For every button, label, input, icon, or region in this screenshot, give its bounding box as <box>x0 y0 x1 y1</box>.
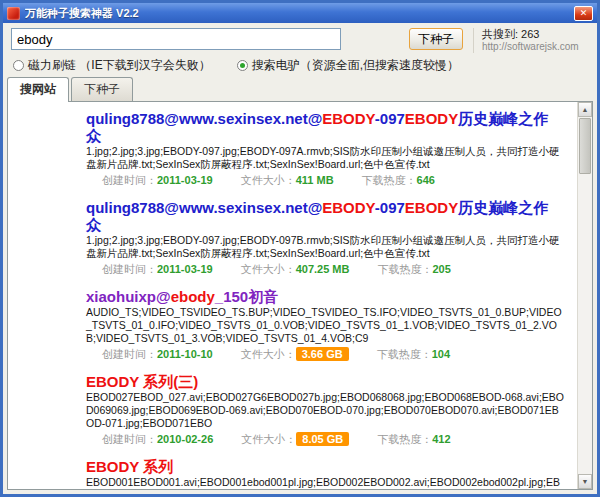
radio-emule[interactable]: 搜索电驴（资源全面,但搜索速度较慢） <box>237 57 459 74</box>
search-mode-options: 磁力刷链 （IE下载到汉字会失败） 搜索电驴（资源全面,但搜索速度较慢） <box>3 55 597 75</box>
size-value: 3.66 GB <box>296 347 349 361</box>
search-input[interactable] <box>11 28 341 50</box>
result-item: EBODY 系列 EBOD001EBOD001.avi;EBOD001ebod0… <box>86 458 565 489</box>
vertical-scrollbar[interactable]: ▲ ▼ <box>577 102 592 489</box>
tab-strip: 搜网站 下种子 <box>3 75 597 101</box>
created-label: 创建时间： <box>102 433 157 445</box>
window-title: 万能种子搜索神器 V2.2 <box>25 6 574 21</box>
app-window: 万能种子搜索神器 V2.2 ✕ 下种子 共搜到: 263 http://soft… <box>0 0 600 497</box>
size-value: 8.05 GB <box>296 432 349 446</box>
result-item: quling8788@www.sexinsex.net@EBODY-097EBO… <box>86 110 565 187</box>
result-item: quling8788@www.sexinsex.net@EBODY-097EBO… <box>86 199 565 276</box>
result-meta: 创建时间：2010-02-26文件大小：8.05 GB下载热度：412 <box>86 432 565 446</box>
created-label: 创建时间： <box>102 348 157 360</box>
size-value: 407.25 MB <box>296 263 350 275</box>
results-panel: quling8788@www.sexinsex.net@EBODY-097EBO… <box>7 101 593 490</box>
result-meta: 创建时间：2011-03-19文件大小：411 MB下载热度：646 <box>86 173 565 187</box>
result-meta: 创建时间：2011-10-10文件大小：3.66 GB下载热度：104 <box>86 347 565 361</box>
radio-magnet-label: 磁力刷链 （IE下载到汉字会失败） <box>28 57 211 74</box>
size-label: 文件大小： <box>241 433 296 445</box>
result-description: EBOD027EBOD_027.avi;EBOD027G6EBOD027b.jp… <box>86 391 565 430</box>
result-description: EBOD001EBOD001.avi;EBOD001ebod001pl.jpg;… <box>86 476 565 489</box>
heat-value: 205 <box>432 263 450 275</box>
result-meta: 创建时间：2011-03-19文件大小：407.25 MB下载热度：205 <box>86 262 565 276</box>
heat-label: 下载热度： <box>377 263 432 275</box>
size-label: 文件大小： <box>241 174 296 186</box>
result-count: 共搜到: 263 <box>482 28 539 41</box>
radio-circle-icon[interactable] <box>13 60 24 71</box>
result-title-link[interactable]: EBODY 系列 <box>86 458 565 475</box>
heat-label: 下载热度： <box>377 433 432 445</box>
heat-label: 下载热度： <box>362 174 417 186</box>
result-description: 1.jpg;2.jpg;3.jpg;EBODY-097.jpg;EBODY-09… <box>86 145 565 171</box>
scrollbar-track[interactable] <box>578 117 592 474</box>
size-value: 411 MB <box>296 174 334 186</box>
result-description: AUDIO_TS;VIDEO_TSVIDEO_TS.BUP;VIDEO_TSVI… <box>86 306 565 345</box>
title-bar[interactable]: 万能种子搜索神器 V2.2 ✕ <box>3 3 597 23</box>
result-title-link[interactable]: quling8788@www.sexinsex.net@EBODY-097EBO… <box>86 110 565 144</box>
tab-search-site[interactable]: 搜网站 <box>7 77 69 102</box>
created-value: 2011-03-19 <box>157 263 213 275</box>
size-label: 文件大小： <box>241 263 296 275</box>
result-title-link[interactable]: quling8788@www.sexinsex.net@EBODY-097EBO… <box>86 199 565 233</box>
created-value: 2011-10-10 <box>157 348 213 360</box>
scrollbar-thumb[interactable] <box>579 118 591 174</box>
result-description: 1.jpg;2.jpg;3.jpg;EBODY-097.jpg;EBODY-09… <box>86 234 565 260</box>
close-icon[interactable]: ✕ <box>574 6 593 21</box>
radio-emule-label: 搜索电驴（资源全面,但搜索速度较慢） <box>252 57 459 74</box>
created-value: 2010-02-26 <box>157 433 213 445</box>
result-title-link[interactable]: EBODY 系列(三) <box>86 373 565 390</box>
created-label: 创建时间： <box>102 174 157 186</box>
scroll-down-icon[interactable]: ▼ <box>578 474 592 489</box>
stats-block: 共搜到: 263 http://softwarejsk.com <box>473 28 591 53</box>
results-list: quling8788@www.sexinsex.net@EBODY-097EBO… <box>8 102 577 489</box>
radio-circle-icon[interactable] <box>237 60 248 71</box>
toolbar: 下种子 共搜到: 263 http://softwarejsk.com <box>3 23 597 55</box>
radio-magnet[interactable]: 磁力刷链 （IE下载到汉字会失败） <box>13 57 211 74</box>
heat-value: 412 <box>432 433 450 445</box>
result-item: EBODY 系列(三) EBOD027EBOD_027.avi;EBOD027G… <box>86 373 565 446</box>
created-label: 创建时间： <box>102 263 157 275</box>
created-value: 2011-03-19 <box>157 174 213 186</box>
result-item: xiaohuixp@ebody_150初音 AUDIO_TS;VIDEO_TSV… <box>86 288 565 361</box>
heat-label: 下载热度： <box>377 348 432 360</box>
heat-value: 646 <box>417 174 435 186</box>
app-icon <box>7 7 20 20</box>
scroll-up-icon[interactable]: ▲ <box>578 102 592 117</box>
result-title-link[interactable]: xiaohuixp@ebody_150初音 <box>86 288 565 305</box>
heat-value: 104 <box>432 348 450 360</box>
size-label: 文件大小： <box>241 348 296 360</box>
tab-download-torrent[interactable]: 下种子 <box>71 77 133 101</box>
download-torrent-button[interactable]: 下种子 <box>409 28 463 50</box>
site-url: http://softwarejsk.com <box>482 41 579 53</box>
